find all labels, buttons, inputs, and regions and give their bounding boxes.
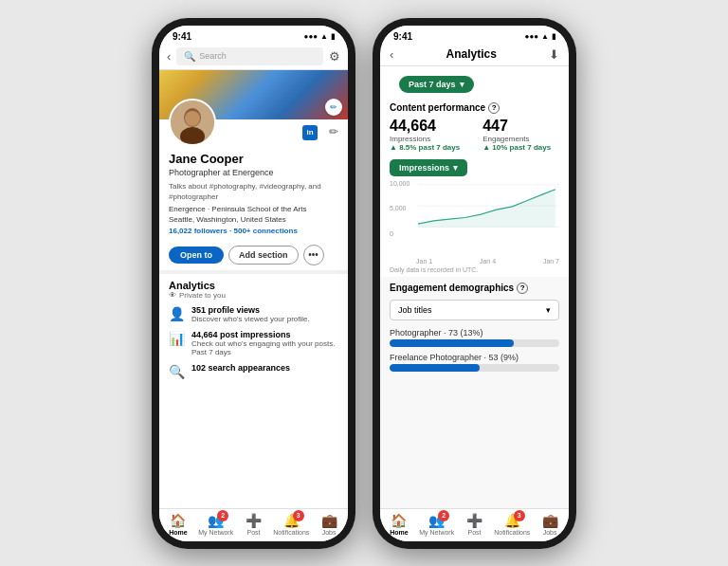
nav-notif-label-1: Notifications <box>273 529 309 536</box>
profile-title: Photographer at Energence <box>169 167 338 179</box>
analytics-page-title: Analytics <box>393 47 549 61</box>
signal-icon-2: ●●● <box>525 32 539 41</box>
demo-bar-photographer <box>390 339 514 347</box>
nav-post-label-2: Post <box>467 529 481 536</box>
svg-marker-7 <box>418 189 555 227</box>
analytics-page-header: ‹ Analytics ⬇ <box>380 44 569 66</box>
status-bar-1: 9:41 ●●● ▲ ▮ <box>159 26 348 44</box>
network-badge-2: 2 <box>438 510 449 521</box>
views-sub: Discover who's viewed your profile. <box>191 315 310 323</box>
period-dropdown[interactable]: Past 7 days ▾ <box>399 76 474 93</box>
wifi-icon-2: ▲ <box>541 32 549 41</box>
engagements-label: Engagements <box>482 135 551 143</box>
chart-svg <box>418 180 559 232</box>
nav-jobs-2[interactable]: 💼 Jobs <box>531 513 569 536</box>
period-container: Past 7 days ▾ <box>380 66 569 99</box>
search-input[interactable]: 🔍 Search <box>176 47 323 65</box>
avatar <box>169 99 216 146</box>
status-bar-2: 9:41 ●●● ▲ ▮ <box>380 26 569 44</box>
impressions-toggle-button[interactable]: Impressions ▾ <box>390 159 467 176</box>
nav-post-2[interactable]: ➕ Post <box>456 513 494 536</box>
content-performance-section: Content performance ? 44,664 Impressions… <box>380 99 569 180</box>
phone-2: 9:41 ●●● ▲ ▮ ‹ Analytics ⬇ Past 7 days ▾… <box>373 18 576 549</box>
nav-notif-label-2: Notifications <box>494 529 530 536</box>
notifications-icon-2: 🔔3 <box>504 513 520 528</box>
y-label-mid: 5,000 <box>390 205 410 211</box>
nav-home-1[interactable]: 🏠 Home <box>159 513 197 536</box>
analytics-item-views[interactable]: 👤 351 profile views Discover who's viewe… <box>169 305 338 323</box>
impressions-label: Impressions <box>390 135 460 143</box>
profile-education: Energence · Peninsula School of the Arts <box>169 204 338 214</box>
views-icon: 👤 <box>169 306 185 321</box>
nav-notifications-2[interactable]: 🔔3 Notifications <box>493 513 531 536</box>
add-section-button[interactable]: Add section <box>228 246 299 265</box>
nav-notifications-1[interactable]: 🔔3 Notifications <box>272 513 310 536</box>
edit-profile-button[interactable]: ✏ <box>329 125 338 138</box>
job-titles-dropdown[interactable]: Job titles ▾ <box>390 300 559 320</box>
analytics-subtitle: 👁 Private to you <box>169 291 338 300</box>
content-perf-title: Content performance ? <box>390 102 559 114</box>
chart-note: Daily data is recorded in UTC. <box>380 265 569 277</box>
impressions-value: 44,664 <box>390 118 460 135</box>
nav-network-label-2: My Network <box>419 529 454 536</box>
analytics-item-search[interactable]: 🔍 102 search appearances <box>169 363 338 379</box>
impressions-sub: Check out who's engaging with your posts… <box>191 339 338 356</box>
impressions-icon: 📊 <box>169 331 185 346</box>
engagements-change: ▲ 10% past 7 days <box>482 143 551 152</box>
content-perf-help-icon[interactable]: ? <box>488 102 500 114</box>
metrics-row: 44,664 Impressions ▲ 8.5% past 7 days 44… <box>390 118 559 152</box>
linkedin-badge: in <box>302 125 318 140</box>
back-button[interactable]: ‹ <box>167 49 171 64</box>
demo-bar-freelance <box>390 364 480 372</box>
more-button[interactable]: ••• <box>303 245 324 265</box>
notif-badge-1: 3 <box>293 510 304 521</box>
dropdown-chevron: ▾ <box>546 305 551 315</box>
engagements-value: 447 <box>482 118 551 135</box>
nav-network-1[interactable]: 👥2 My Network <box>197 513 235 536</box>
impressions-main: 44,664 post impressions <box>191 330 338 339</box>
chart-y-labels: 10,000 5,000 0 <box>390 180 410 237</box>
period-label: Past 7 days <box>409 80 456 89</box>
battery-icon-2: ▮ <box>552 32 555 41</box>
views-main: 351 profile views <box>191 305 310 315</box>
demo-item-photographer: Photographer · 73 (13%) <box>390 328 559 347</box>
x-label-jan1: Jan 1 <box>416 258 432 265</box>
nav-jobs-1[interactable]: 💼 Jobs <box>310 513 348 536</box>
demo-bar-bg-photographer <box>390 339 559 347</box>
engagement-demographics-title: Engagement demographics ? <box>390 283 559 294</box>
time-2: 9:41 <box>393 31 412 42</box>
analytics-search-text: 102 search appearances <box>191 363 290 373</box>
bottom-nav-1: 🏠 Home 👥2 My Network ➕ Post 🔔3 Notificat… <box>159 508 348 541</box>
demo-bar-bg-freelance <box>390 364 559 372</box>
gear-icon[interactable]: ⚙ <box>329 49 340 64</box>
nav-network-2[interactable]: 👥2 My Network <box>418 513 456 536</box>
notif-badge-2: 3 <box>514 510 525 521</box>
engagement-help-icon[interactable]: ? <box>517 283 528 294</box>
profile-avatar-row: in ✏ <box>159 99 348 150</box>
post-icon-2: ➕ <box>466 513 482 528</box>
profile-followers[interactable]: 16,022 followers · 500+ connections <box>169 227 338 235</box>
network-icon-1: 👥2 <box>208 513 224 528</box>
search-main: 102 search appearances <box>191 363 290 373</box>
chart-x-labels: Jan 1 Jan 4 Jan 7 <box>380 256 569 265</box>
svg-point-3 <box>185 111 200 126</box>
nav-home-2[interactable]: 🏠 Home <box>380 513 418 536</box>
nav-post-1[interactable]: ➕ Post <box>235 513 273 536</box>
download-button[interactable]: ⬇ <box>549 47 559 62</box>
nav-network-label-1: My Network <box>198 529 233 536</box>
bottom-nav-2: 🏠 Home 👥2 My Network ➕ Post 🔔3 Notificat… <box>380 508 569 541</box>
search-placeholder: Search <box>199 51 227 61</box>
open-to-button[interactable]: Open to <box>169 246 224 264</box>
status-icons-2: ●●● ▲ ▮ <box>525 32 555 41</box>
wifi-icon: ▲ <box>320 32 328 41</box>
profile-about: Talks about #photography, #videography, … <box>169 181 338 202</box>
home-icon-2: 🏠 <box>391 513 407 528</box>
profile-info: Jane Cooper Photographer at Energence Ta… <box>159 150 348 242</box>
status-icons-1: ●●● ▲ ▮ <box>304 32 335 41</box>
search-bar: ‹ 🔍 Search ⚙ <box>159 44 348 70</box>
analytics-title: Analytics <box>169 280 338 291</box>
home-icon-1: 🏠 <box>170 513 186 528</box>
analytics-item-impressions[interactable]: 📊 44,664 post impressions Check out who'… <box>169 330 338 356</box>
engagement-demographics-section: Engagement demographics ? Job titles ▾ P… <box>380 277 569 508</box>
y-label-bot: 0 <box>390 230 410 237</box>
